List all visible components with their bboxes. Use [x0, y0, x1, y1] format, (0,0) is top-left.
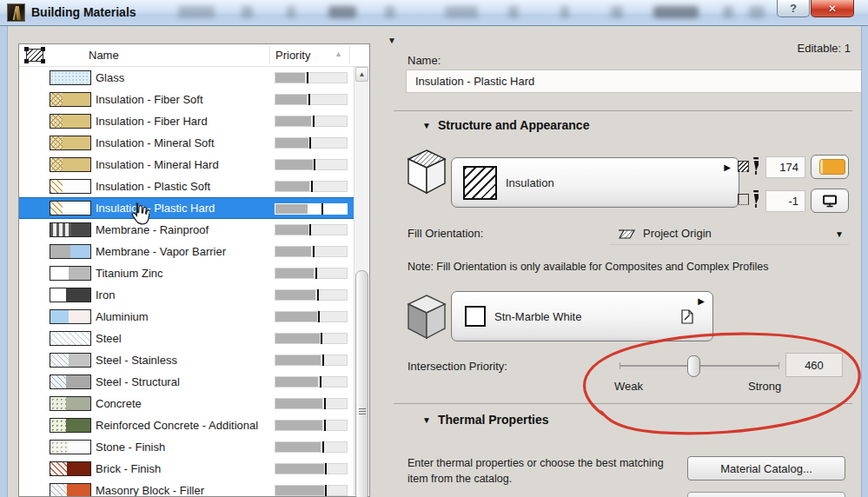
- expand-right-icon: ▶: [724, 162, 731, 172]
- priority-fill: [275, 160, 313, 169]
- intersection-priority-value: 460: [805, 359, 824, 372]
- material-row[interactable]: Steel - Stainless: [19, 349, 354, 371]
- material-swatch: [50, 483, 91, 496]
- priority-fill: [275, 73, 305, 83]
- section-thermal-properties[interactable]: ▼Thermal Properties: [422, 413, 549, 427]
- priority-bar: [275, 137, 348, 149]
- priority-bar: [275, 355, 348, 366]
- material-name: Masonry Block - Filler: [96, 484, 204, 496]
- material-row[interactable]: Iron: [19, 284, 354, 306]
- material-swatch: [50, 157, 91, 172]
- material-row[interactable]: Membrane - Vapor Barrier: [19, 241, 354, 262]
- material-row[interactable]: Concrete: [19, 393, 354, 414]
- material-row[interactable]: Aluminium: [19, 306, 354, 328]
- section-collapse-icon[interactable]: ▼: [422, 121, 431, 130]
- titlebar-artifact: [560, 6, 569, 18]
- column-header-name[interactable]: Name: [89, 49, 119, 62]
- surface-cube-icon: [406, 294, 447, 341]
- material-row[interactable]: Insulation - Plastic Hard: [19, 197, 354, 219]
- scroll-up-button[interactable]: ▲: [355, 67, 368, 82]
- material-name: Insulation - Mineral Soft: [96, 136, 215, 149]
- fg-pen-color-button[interactable]: [811, 155, 849, 179]
- priority-fill: [275, 442, 321, 452]
- section-collapse-icon[interactable]: ▼: [422, 415, 431, 425]
- material-name: Iron: [96, 288, 115, 302]
- fill-pen-icon: [738, 161, 749, 172]
- scrollbar-thumb[interactable]: [355, 270, 368, 497]
- cut-fill-picker-button[interactable]: Insulation ▶: [451, 157, 739, 208]
- priority-fill: [275, 421, 322, 430]
- material-swatch: [50, 440, 91, 454]
- intersection-priority-label: Intersection Priority:: [407, 360, 507, 373]
- slider-weak-label: Weak: [614, 380, 643, 393]
- intersection-priority-input[interactable]: 460: [785, 353, 843, 377]
- material-name: Brick - Finish: [96, 462, 161, 475]
- material-name: Steel - Structural: [96, 375, 180, 388]
- fg-pen-input[interactable]: 174: [765, 156, 805, 178]
- materials-list-panel: Name Priority ▲ Glass Insulation - Fiber…: [18, 43, 370, 497]
- priority-marker: [325, 485, 327, 496]
- material-row[interactable]: Insulation - Mineral Hard: [19, 154, 354, 176]
- separator: [394, 403, 852, 404]
- fill-orientation-value: Project Origin: [643, 227, 712, 240]
- material-row[interactable]: Membrane - Rainproof: [19, 219, 354, 241]
- help-button[interactable]: ?: [777, 0, 810, 17]
- material-swatch: [50, 70, 91, 85]
- priority-fill: [275, 312, 317, 321]
- priority-bar: [275, 311, 348, 322]
- intersection-priority-slider[interactable]: [620, 365, 779, 367]
- priority-bar: [275, 116, 348, 127]
- fg-pen-icon-group: [738, 156, 761, 176]
- name-input[interactable]: Insulation - Plastic Hard: [406, 70, 862, 93]
- bg-pen-input[interactable]: -1: [765, 190, 805, 212]
- priority-fill: [275, 182, 309, 191]
- fg-pen-value: 174: [779, 161, 798, 174]
- fill-orientation-note: Note: Fill Orientation is only available…: [407, 261, 768, 273]
- slider-strong-label: Strong: [748, 380, 781, 393]
- priority-marker: [317, 289, 319, 301]
- material-row[interactable]: Masonry Block - Filler: [19, 480, 354, 496]
- material-row[interactable]: Titanium Zinc: [19, 262, 354, 284]
- material-row[interactable]: Steel - Structural: [19, 371, 354, 393]
- close-button[interactable]: ✕: [811, 0, 854, 17]
- sort-asc-icon[interactable]: ▲: [335, 50, 342, 58]
- material-name: Insulation - Plastic Soft: [96, 180, 210, 193]
- title-bar[interactable]: Building Materials ? ✕: [0, 0, 868, 26]
- column-header-priority[interactable]: Priority: [275, 49, 310, 62]
- surface-picker-button[interactable]: Stn-Marble White ▶: [451, 291, 713, 341]
- priority-bar: [275, 463, 348, 474]
- material-row[interactable]: Stone - Finish: [19, 436, 354, 458]
- material-row[interactable]: Insulation - Mineral Soft: [19, 132, 354, 154]
- material-swatch: [50, 288, 91, 302]
- material-row[interactable]: Insulation - Fiber Hard: [19, 110, 354, 132]
- section-structure-appearance[interactable]: ▼Structure and Appearance: [422, 118, 589, 132]
- list-scrollbar[interactable]: ▲: [354, 67, 368, 495]
- material-swatch: [50, 418, 91, 433]
- material-swatch: [50, 461, 91, 476]
- priority-bar: [275, 94, 348, 105]
- intersection-slider-thumb[interactable]: [687, 355, 700, 377]
- priority-marker: [322, 355, 324, 366]
- panel-collapse-icon[interactable]: ▼: [388, 36, 396, 45]
- priority-marker: [309, 137, 311, 149]
- fill-pattern-icon: [26, 49, 43, 62]
- titlebar-artifact: [508, 6, 519, 18]
- priority-bar: [275, 203, 348, 215]
- material-row[interactable]: Steel: [19, 328, 354, 349]
- material-row[interactable]: Reinforced Concrete - Additional: [19, 414, 354, 436]
- fill-orientation-label: Fill Orientation:: [407, 227, 483, 240]
- material-row[interactable]: Glass: [19, 67, 354, 89]
- screen-only-button[interactable]: [811, 189, 849, 213]
- material-row[interactable]: Insulation - Plastic Soft: [19, 176, 354, 197]
- material-name: Insulation - Mineral Hard: [96, 158, 219, 171]
- bg-pen-value: -1: [788, 195, 798, 208]
- material-name: Aluminium: [96, 310, 149, 323]
- priority-marker: [313, 116, 315, 127]
- material-catalog-button[interactable]: Material Catalog...: [687, 456, 845, 480]
- partial-button-below[interactable]: [687, 492, 845, 497]
- material-row[interactable]: Brick - Finish: [19, 458, 354, 480]
- titlebar-artifact: [653, 6, 699, 18]
- material-name: Titanium Zinc: [96, 267, 163, 280]
- fill-orientation-dropdown[interactable]: Project Origin ▼: [609, 222, 849, 245]
- material-row[interactable]: Insulation - Fiber Soft: [19, 89, 354, 110]
